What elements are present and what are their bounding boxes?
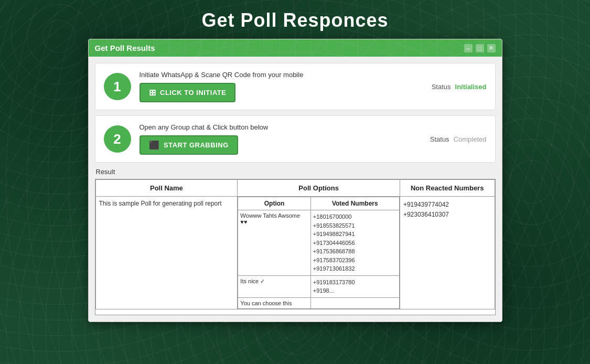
page-title: Get Poll Responces (0, 0, 590, 39)
step2-circle: 2 (104, 125, 131, 153)
titlebar: Get Poll Results – □ ✕ (89, 39, 502, 57)
result-table-wrapper[interactable]: Poll Name Poll Options Non Reacted Numbe… (95, 179, 496, 315)
step1-status-value: Initialised (455, 83, 487, 91)
step1-status-label: Status (432, 83, 451, 91)
option-label-3: You can choose this (238, 297, 310, 308)
step2-status-area: Status Completed (430, 135, 487, 143)
close-button[interactable]: ✕ (487, 44, 496, 52)
voted-numbers-2: +919183173780 +9198... (310, 275, 399, 297)
voted-numbers-1: +18016700000 +918553825571 +919498827941… (310, 210, 399, 276)
voted-col-header: Voted Numbers (310, 197, 399, 210)
col-non-reacted: Non Reacted Numbers (400, 180, 495, 197)
option-row-2: Its nice ✓ +919183173780 +9198... (238, 275, 400, 297)
options-inner-table: Option Voted Numbers Wowww Tahts Awsome … (238, 197, 400, 309)
step1-card: 1 Initiate WhatsApp & Scane QR Code from… (95, 63, 496, 110)
minimize-button[interactable]: – (464, 44, 473, 52)
option-row-3: You can choose this (238, 297, 400, 308)
step2-card: 2 Open any Group chat & Click button bel… (95, 115, 496, 163)
main-window: Get Poll Results – □ ✕ 1 Initiate WhatsA… (88, 39, 502, 322)
start-grabbing-button[interactable]: ⬛ START GRABBING (140, 135, 238, 155)
grabbing-icon: ⬛ (149, 140, 160, 150)
step1-circle: 1 (104, 73, 131, 100)
option-row-1: Wowww Tahts Awsome ♥♥ +18016700000 +9185… (238, 210, 400, 276)
initiate-icon: ⊞ (149, 88, 156, 98)
col-poll-options: Poll Options (238, 180, 400, 197)
grabbing-button-label: START GRABBING (164, 141, 229, 149)
window-controls: – □ ✕ (464, 44, 496, 52)
step2-description: Open any Group chat & Click button below (140, 123, 487, 131)
option-label-2: Its nice ✓ (238, 275, 310, 297)
poll-name-cell: This is sample Poll for generating poll … (95, 197, 238, 309)
window-body: 1 Initiate WhatsApp & Scane QR Code from… (89, 57, 502, 322)
result-table: Poll Name Poll Options Non Reacted Numbe… (95, 179, 495, 309)
non-reacted-cell: +919439774042+923036410307 (400, 197, 495, 309)
option-label-1: Wowww Tahts Awsome ♥♥ (238, 210, 310, 276)
click-to-initiate-button[interactable]: ⊞ CLICK TO INITIATE (140, 83, 236, 102)
option-col-header: Option (238, 197, 310, 210)
maximize-button[interactable]: □ (476, 44, 484, 52)
poll-options-cell: Option Voted Numbers Wowww Tahts Awsome … (238, 197, 400, 309)
step1-description: Initiate WhatsApp & Scane QR Code from y… (140, 71, 487, 79)
step1-status-area: Status Initialised (432, 83, 487, 91)
initiate-button-label: CLICK TO INITIATE (160, 89, 226, 97)
table-row: This is sample Poll for generating poll … (95, 197, 495, 309)
window-title: Get Poll Results (95, 44, 155, 52)
voted-numbers-3 (310, 297, 399, 308)
step2-status-value: Completed (454, 135, 487, 143)
result-label: Result (95, 168, 496, 176)
col-poll-name: Poll Name (95, 180, 238, 197)
step2-status-label: Status (430, 135, 449, 143)
